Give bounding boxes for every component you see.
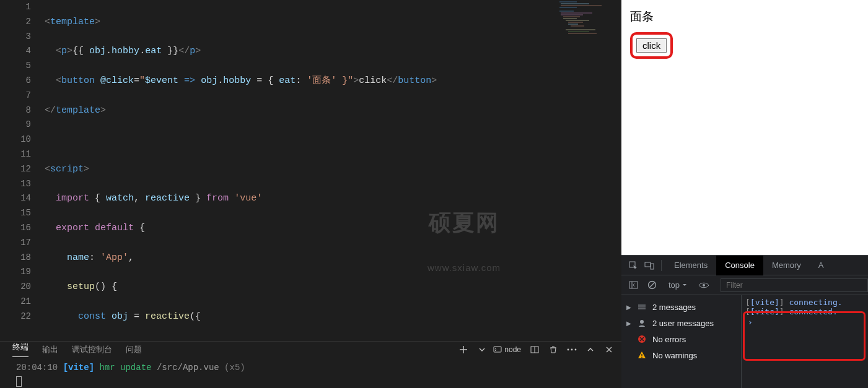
tab-elements[interactable]: Elements [665,256,716,275]
minimap[interactable] [558,0,614,37]
inspect-icon[interactable] [625,257,641,274]
svg-point-21 [575,348,577,350]
tab-debug-console[interactable]: 调试控制台 [72,344,112,355]
log-line: [[vite]] connecting. [745,298,864,307]
preview-text: 面条 [630,9,868,25]
side-no-errors[interactable]: No errors [621,331,741,347]
svg-rect-24 [651,264,654,269]
svg-point-29 [703,284,705,287]
side-user-messages[interactable]: ▶2 user messages [621,315,741,331]
tab-memory[interactable]: Memory [763,256,810,275]
chevron-up-icon[interactable] [585,345,595,355]
terminal-body[interactable]: 20:04:10 [vite] hmr update /src/App.vue … [0,357,621,388]
new-terminal-icon[interactable] [458,345,468,355]
terminal-log-line: 20:04:10 [vite] hmr update /src/App.vue … [16,361,609,374]
tab-problems[interactable]: 问题 [126,344,142,355]
devtools-panel: Elements Console Memory A top ▶2 message… [621,255,868,388]
line-gutter: 12345678910111213141516171819202122 [0,0,45,341]
click-button[interactable]: click [636,38,667,53]
svg-rect-36 [641,357,642,358]
console-prompt-icon: › [748,317,753,327]
svg-rect-23 [645,262,651,267]
console-log[interactable]: [[vite]] connecting. [[vite]] connected.… [742,295,868,388]
live-preview: 面条 click [621,0,868,255]
device-toggle-icon[interactable] [641,257,657,274]
more-icon[interactable] [567,345,577,355]
svg-rect-16 [494,347,501,352]
svg-point-20 [571,348,573,350]
terminal-tabs: 终端 输出 调试控制台 问题 node [0,341,621,357]
side-no-warnings[interactable]: No warnings [621,347,741,363]
clear-console-icon[interactable] [644,277,660,293]
tab-console[interactable]: Console [716,256,763,275]
highlight-frame: click [630,32,673,59]
highlight-frame [743,311,866,361]
svg-point-19 [568,348,569,350]
sidebar-toggle-icon[interactable] [625,277,641,293]
svg-line-28 [649,282,655,288]
tab-output[interactable]: 输出 [42,344,58,355]
close-icon[interactable] [604,345,614,355]
console-sidebar: ▶2 messages ▶2 user messages No errors N… [621,295,742,388]
side-messages[interactable]: ▶2 messages [621,299,741,315]
filter-input[interactable] [721,278,868,292]
code-content[interactable]: <template> <p>{{ obj.hobby.eat }}</p> <b… [45,0,621,341]
tab-more[interactable]: A [810,256,833,275]
editor-pane: 12345678910111213141516171819202122 <tem… [0,0,621,388]
tab-terminal[interactable]: 终端 [12,342,28,357]
split-terminal-icon[interactable] [530,345,540,355]
svg-rect-35 [641,354,642,356]
code-area[interactable]: 12345678910111213141516171819202122 <tem… [0,0,621,341]
terminal-node-label[interactable]: node [493,345,521,354]
svg-point-33 [640,320,644,324]
terminal-cursor [16,376,22,387]
chevron-down-icon[interactable] [477,345,487,355]
context-selector[interactable]: top [665,280,691,290]
eye-icon[interactable] [696,277,712,293]
trash-icon[interactable] [548,345,558,355]
